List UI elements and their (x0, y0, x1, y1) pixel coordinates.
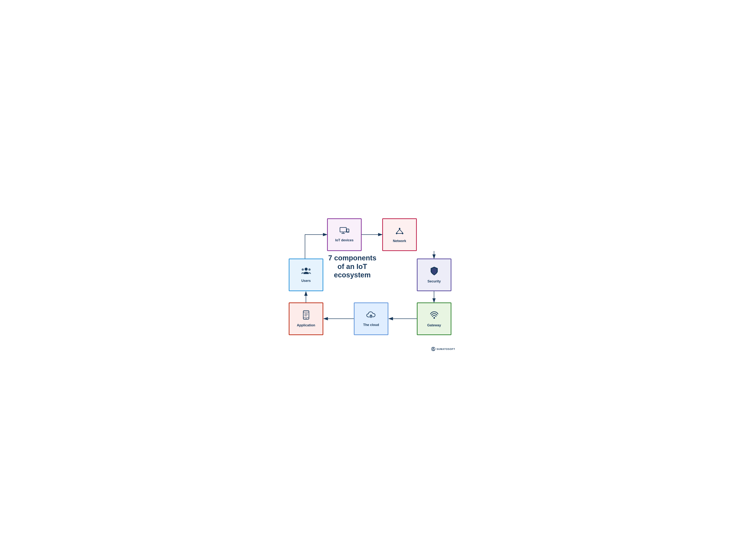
svg-point-6 (399, 228, 401, 229)
network-label: Network (393, 239, 406, 243)
iot-icon (339, 227, 349, 236)
box-security: Security (417, 259, 452, 291)
security-label: Security (427, 279, 441, 283)
security-icon (430, 266, 438, 278)
svg-point-22 (305, 268, 308, 271)
svg-point-18 (306, 318, 307, 319)
gateway-icon (429, 310, 439, 322)
logo-icon (431, 347, 435, 351)
svg-point-24 (308, 268, 311, 271)
application-icon (303, 310, 310, 322)
box-users: Users (289, 259, 323, 291)
cloud-icon (366, 311, 376, 321)
box-gateway: Gateway (417, 302, 452, 335)
svg-line-10 (400, 229, 403, 233)
cloud-label: The cloud (363, 323, 379, 327)
box-network: Network (382, 218, 417, 251)
box-iot: IoT devices (327, 218, 362, 251)
svg-point-23 (302, 268, 304, 271)
svg-line-9 (396, 229, 400, 233)
iot-label: IoT devices (335, 238, 354, 242)
diagram-container: IoT devices Network (287, 213, 455, 347)
users-icon (301, 267, 311, 277)
logo-text: SUMATOSOFT (436, 348, 455, 350)
center-text: 7 components of an IoT ecosystem (323, 254, 381, 279)
box-cloud: The cloud (354, 302, 388, 335)
gateway-label: Gateway (427, 323, 441, 327)
users-label: Users (301, 279, 311, 283)
network-icon (395, 226, 404, 237)
svg-rect-4 (347, 229, 349, 232)
box-application: Application (289, 302, 323, 335)
diagram-title: 7 components of an IoT ecosystem (323, 254, 381, 279)
svg-rect-1 (340, 227, 346, 232)
logo: SUMATOSOFT (431, 347, 455, 351)
application-label: Application (297, 323, 315, 327)
